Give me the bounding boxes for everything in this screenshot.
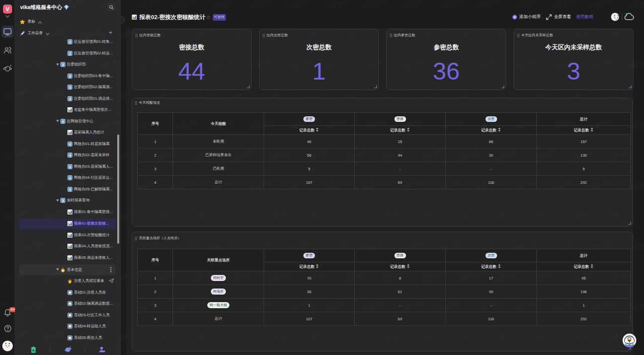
svg-text:3: 3 [69, 86, 71, 89]
svg-text:4: 4 [69, 187, 71, 191]
svg-text:4: 4 [69, 176, 71, 180]
svg-text:3: 3 [69, 97, 71, 100]
svg-text:3: 3 [69, 74, 71, 78]
svg-text:4: 4 [69, 142, 71, 146]
svg-text:4: 4 [69, 165, 71, 168]
svg-text:5: 5 [62, 199, 64, 202]
svg-text:2: 2 [69, 40, 71, 44]
svg-text:4: 4 [69, 154, 71, 157]
svg-text:2: 2 [69, 51, 71, 55]
svg-text:4: 4 [62, 119, 64, 123]
svg-text:3: 3 [62, 63, 64, 66]
